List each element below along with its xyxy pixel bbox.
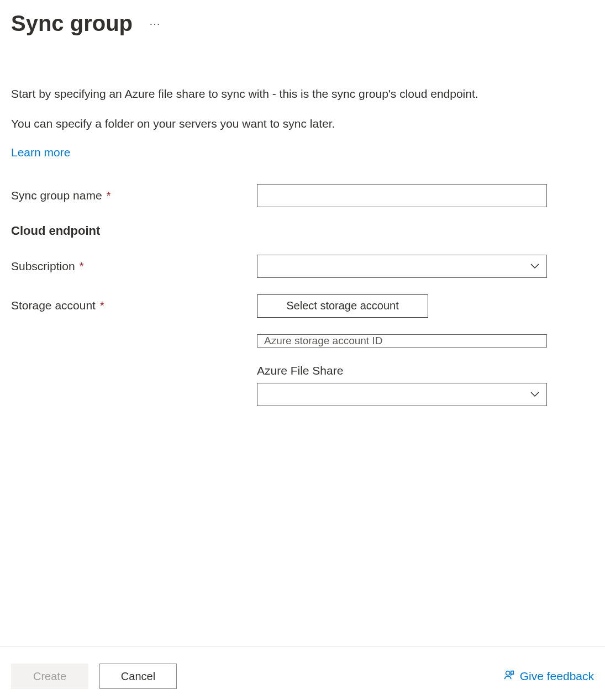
give-feedback-label: Give feedback: [520, 670, 594, 683]
sync-group-name-label: Sync group name *: [11, 189, 257, 202]
cancel-button[interactable]: Cancel: [99, 664, 177, 689]
sync-group-name-row: Sync group name *: [11, 184, 594, 207]
learn-more-link[interactable]: Learn more: [11, 146, 70, 159]
description-line-1: Start by specifying an Azure file share …: [11, 86, 594, 102]
more-icon[interactable]: ⋯: [149, 17, 161, 30]
storage-account-label: Storage account *: [11, 294, 257, 312]
give-feedback-link[interactable]: Give feedback: [503, 669, 594, 684]
storage-account-row: Storage account * Select storage account…: [11, 294, 594, 406]
feedback-icon: [503, 669, 515, 684]
storage-account-id-input[interactable]: [257, 334, 547, 348]
azure-file-share-label: Azure File Share: [257, 364, 547, 377]
subscription-label: Subscription *: [11, 260, 257, 273]
description-line-2: You can specify a folder on your servers…: [11, 115, 594, 131]
required-indicator: *: [106, 189, 111, 202]
azure-file-share-group: Azure File Share: [257, 364, 547, 406]
subscription-row: Subscription *: [11, 255, 594, 278]
storage-controls: Select storage account Azure File Share: [257, 294, 547, 406]
required-indicator: *: [100, 299, 104, 312]
footer-buttons: Create Cancel: [11, 664, 177, 689]
sync-group-name-input[interactable]: [257, 184, 547, 207]
required-indicator: *: [79, 260, 83, 272]
create-button[interactable]: Create: [11, 664, 88, 689]
azure-file-share-select-wrapper: [257, 383, 547, 406]
select-storage-account-button[interactable]: Select storage account: [257, 294, 428, 318]
footer: Create Cancel Give feedback: [0, 646, 605, 689]
subscription-select-wrapper: [257, 255, 547, 278]
cloud-endpoint-heading: Cloud endpoint: [11, 224, 594, 238]
subscription-select[interactable]: [257, 255, 547, 278]
svg-point-0: [506, 671, 509, 675]
azure-file-share-select[interactable]: [257, 383, 547, 406]
page-title: Sync group: [11, 11, 133, 36]
page-header: Sync group ⋯: [11, 11, 594, 36]
